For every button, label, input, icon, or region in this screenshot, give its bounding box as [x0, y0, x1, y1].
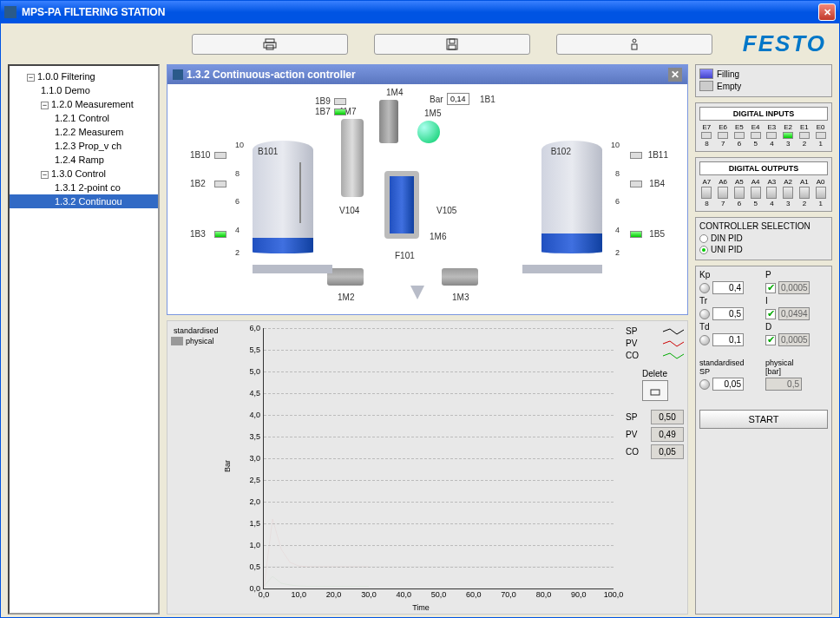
svg-point-6: [633, 39, 636, 43]
led-1b5: [630, 231, 642, 238]
radio-din-pid[interactable]: DIN PID: [699, 233, 828, 243]
pump-1m2: [327, 268, 364, 286]
app-title: MPS-PA FILTERING STATION: [22, 6, 165, 18]
dout-switch-A4[interactable]: [751, 187, 761, 199]
din-led-E6: [718, 132, 728, 139]
sp-std-value[interactable]: 0,05: [712, 378, 744, 391]
led-1b3: [214, 231, 226, 238]
dout-switch-A5[interactable]: [734, 187, 745, 199]
co-value: 0,05: [651, 444, 684, 459]
navigation-tree[interactable]: −1.0.0 Filtering1.1.0 Demo−1.2.0 Measure…: [8, 64, 160, 615]
din-led-E2: [783, 132, 793, 139]
eraser-icon: [649, 385, 661, 397]
toolbar-print-button[interactable]: [192, 34, 348, 55]
legend-pv: PV: [626, 339, 684, 348]
start-button[interactable]: START: [699, 410, 828, 429]
i-value: 0,0494: [778, 307, 810, 320]
led-1b9: [334, 98, 346, 105]
legend-sp: SP: [626, 326, 684, 336]
dout-switch-A3[interactable]: [766, 187, 777, 199]
tree-expander[interactable]: −: [27, 74, 35, 82]
chart-ylabel: Bar: [223, 459, 232, 471]
tank-b101: [253, 141, 313, 253]
tank-b102-scale: 10 8 6 4 2: [604, 141, 620, 253]
main-window: MPS-PA FILTERING STATION ✕ FESTO −1.0.0 …: [0, 0, 840, 618]
svg-rect-5: [449, 45, 456, 49]
filling-indicator: [699, 69, 713, 79]
dout-switch-A0[interactable]: [816, 187, 826, 199]
led-1b11: [630, 152, 642, 159]
tree-expander[interactable]: −: [41, 171, 49, 179]
sp-phys-value: 0,5: [765, 378, 802, 391]
tree-item[interactable]: −1.3.0 Control: [10, 167, 158, 181]
din-led-E5: [734, 132, 745, 139]
p-value: 0,0005: [778, 281, 810, 294]
digital-outputs-panel: DIGITAL OUTPUTS A78A67A56A45A34A23A12A01: [695, 157, 832, 212]
d-checkbox[interactable]: ✔: [765, 335, 776, 345]
led-1b10: [214, 152, 226, 159]
toolbar-stop-button[interactable]: [556, 34, 712, 55]
kp-knob[interactable]: [699, 283, 710, 293]
tree-item[interactable]: 1.2.4 Ramp: [10, 153, 158, 167]
process-diagram: B101 B102 10 8 6 4 2 10: [167, 84, 687, 314]
actuator-1m4: [379, 100, 398, 143]
tree-item[interactable]: −1.2.0 Measurement: [10, 97, 158, 111]
tree-item[interactable]: 1.2.3 Prop_v ch: [10, 139, 158, 153]
radio-uni-pid[interactable]: UNI PID: [699, 245, 828, 254]
din-led-E3: [766, 132, 777, 139]
sp-knob[interactable]: [699, 379, 710, 390]
empty-indicator: [699, 81, 713, 91]
tr-value[interactable]: 0,5: [712, 307, 744, 320]
tree-item[interactable]: 1.1.0 Demo: [10, 83, 158, 97]
svg-rect-7: [632, 44, 637, 49]
svg-rect-0: [266, 39, 274, 43]
svg-marker-8: [410, 266, 424, 299]
din-led-E4: [751, 132, 761, 139]
tree-expander[interactable]: −: [41, 102, 49, 109]
p-checkbox[interactable]: ✔: [765, 283, 776, 293]
filter-f101: [384, 171, 419, 239]
toolbar: FESTO: [1, 23, 839, 64]
tree-item[interactable]: 1.3.2 Continuou: [10, 194, 158, 208]
tree-item[interactable]: 1.2.2 Measurem: [10, 125, 158, 139]
tree-item[interactable]: 1.3.1 2-point co: [10, 181, 158, 194]
dout-switch-A7[interactable]: [701, 187, 712, 199]
dout-switch-A6[interactable]: [718, 187, 728, 199]
diagram-title: 1.3.2 Continuous-action controller: [187, 69, 356, 81]
stirrer-motor: [341, 119, 364, 197]
tank-b102-label: B102: [551, 147, 571, 156]
i-checkbox[interactable]: ✔: [765, 309, 776, 319]
d-value: 0,0005: [778, 333, 810, 346]
outflow-arrow-icon: [409, 266, 426, 301]
tree-item[interactable]: −1.0.0 Filtering: [10, 69, 158, 83]
tree-item[interactable]: 1.2.1 Control: [10, 111, 158, 125]
dout-switch-A1[interactable]: [799, 187, 810, 199]
legend-co: CO: [626, 351, 684, 360]
delete-label: Delete: [626, 369, 684, 378]
chart-panel: standardised physical Bar 0,00,51,01,52,…: [167, 320, 688, 615]
close-button[interactable]: ✕: [818, 3, 836, 21]
diagram-subwindow: 1.3.2 Continuous-action controller ✕ B10…: [167, 64, 688, 315]
led-1b7: [334, 108, 346, 115]
printer-icon: [263, 37, 277, 51]
td-value[interactable]: 0,1: [712, 333, 744, 346]
app-icon: [4, 6, 16, 18]
fill-indicator-panel: Filling Empty: [695, 64, 832, 97]
chart-tab-standardised[interactable]: standardised: [171, 326, 216, 335]
dout-switch-A2[interactable]: [783, 187, 793, 199]
sp-value: 0,50: [651, 410, 684, 424]
tank-b101-label: B101: [258, 147, 278, 156]
led-1b2: [214, 181, 226, 187]
delete-button[interactable]: [642, 380, 668, 401]
diagram-close-button[interactable]: ✕: [668, 68, 682, 82]
tr-knob[interactable]: [699, 309, 710, 319]
kp-value[interactable]: 0,4: [712, 281, 744, 294]
din-led-E7: [701, 132, 712, 139]
svg-rect-9: [651, 390, 660, 395]
pump-1m3: [442, 268, 478, 286]
td-knob[interactable]: [699, 335, 710, 345]
toolbar-save-button[interactable]: [374, 34, 530, 55]
chart-tab-physical[interactable]: physical: [171, 337, 216, 345]
tank-b101-scale: 10 8 6 4 2: [235, 141, 251, 253]
tank-b102: [541, 141, 602, 253]
